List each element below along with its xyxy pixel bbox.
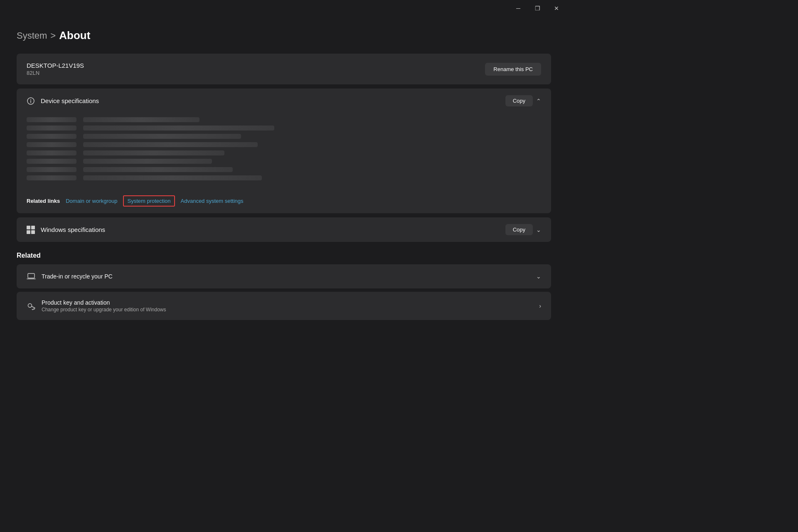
trade-in-item-left: Trade-in or recycle your PC	[27, 272, 113, 281]
spec-skeleton-value	[83, 159, 212, 164]
system-protection-link[interactable]: System protection	[123, 195, 175, 207]
maximize-button[interactable]: ❒	[528, 2, 547, 15]
spec-skeleton-label	[27, 117, 76, 122]
rename-pc-button[interactable]: Rename this PC	[485, 63, 541, 76]
spec-skeleton-value	[83, 167, 233, 172]
laptop-icon	[27, 272, 36, 281]
spec-row-2	[27, 126, 541, 131]
device-specs-header-left: Device specifications	[27, 97, 99, 105]
pc-name: DESKTOP-L21V19S	[27, 62, 84, 69]
spec-skeleton-value	[83, 134, 241, 139]
device-specs-content	[17, 113, 551, 190]
product-key-subtitle: Change product key or upgrade your editi…	[42, 307, 166, 313]
pc-model: 82LN	[27, 70, 84, 76]
spec-skeleton-value	[83, 150, 224, 155]
windows-specifications-section: Windows specifications Copy ⌄	[17, 217, 551, 242]
breadcrumb-about: About	[59, 29, 90, 42]
advanced-system-settings-link[interactable]: Advanced system settings	[180, 196, 244, 206]
windows-specs-title: Windows specifications	[41, 226, 105, 233]
device-specifications-section: Device specifications Copy ⌃	[17, 89, 551, 213]
device-specs-copy-button[interactable]: Copy	[505, 95, 533, 106]
product-key-chevron-icon: ›	[539, 303, 541, 309]
spec-row-8	[27, 175, 541, 180]
product-key-item[interactable]: Product key and activation Change produc…	[17, 292, 551, 320]
related-links-label: Related links	[27, 198, 60, 204]
trade-in-chevron-icon: ⌄	[536, 273, 541, 280]
svg-point-2	[30, 99, 31, 100]
device-specs-header-right: Copy ⌃	[505, 95, 541, 106]
spec-skeleton-value	[83, 175, 262, 180]
titlebar: ─ ❒ ✕	[0, 0, 568, 17]
device-specs-header: Device specifications Copy ⌃	[17, 89, 551, 113]
windows-specs-copy-button[interactable]: Copy	[505, 224, 533, 235]
breadcrumb-system[interactable]: System	[17, 30, 47, 41]
spec-row-5	[27, 150, 541, 155]
spec-skeleton-label	[27, 134, 76, 139]
domain-workgroup-link[interactable]: Domain or workgroup	[65, 196, 118, 206]
spec-row-6	[27, 159, 541, 164]
spec-skeleton-value	[83, 126, 274, 131]
main-content: System > About DESKTOP-L21V19S 82LN Rena…	[0, 17, 568, 366]
svg-point-4	[28, 304, 32, 308]
spec-skeleton-label	[27, 126, 76, 131]
spec-skeleton-value	[83, 142, 258, 147]
product-key-item-left: Product key and activation Change produc…	[27, 299, 166, 313]
info-icon	[27, 97, 35, 105]
windows-specs-header: Windows specifications Copy ⌄	[17, 217, 551, 242]
spec-skeleton-label	[27, 142, 76, 147]
related-links-bar: Related links Domain or workgroup System…	[17, 190, 551, 213]
spec-skeleton-value	[83, 117, 200, 122]
spec-row-4	[27, 142, 541, 147]
product-key-text: Product key and activation Change produc…	[42, 299, 166, 313]
trade-in-title: Trade-in or recycle your PC	[42, 273, 113, 280]
pc-name-info: DESKTOP-L21V19S 82LN	[27, 62, 84, 76]
spec-skeleton-label	[27, 150, 76, 155]
windows-specs-header-right: Copy ⌄	[505, 224, 541, 235]
windows-logo-icon	[27, 226, 35, 234]
spec-row-3	[27, 134, 541, 139]
trade-in-item[interactable]: Trade-in or recycle your PC ⌄	[17, 264, 551, 288]
key-icon	[27, 301, 36, 310]
svg-rect-3	[28, 273, 34, 278]
windows-specs-header-left: Windows specifications	[27, 226, 105, 234]
minimize-button[interactable]: ─	[509, 2, 528, 15]
product-key-title: Product key and activation	[42, 299, 166, 306]
pc-name-section: DESKTOP-L21V19S 82LN Rename this PC	[17, 54, 551, 84]
spec-skeleton-label	[27, 167, 76, 172]
spec-row-1	[27, 117, 541, 122]
related-heading: Related	[17, 252, 551, 259]
device-specs-chevron-icon: ⌃	[536, 98, 541, 104]
windows-specs-chevron-icon: ⌄	[536, 227, 541, 233]
device-specs-title: Device specifications	[41, 97, 99, 104]
breadcrumb: System > About	[17, 29, 551, 42]
spec-skeleton-label	[27, 175, 76, 180]
close-button[interactable]: ✕	[547, 2, 566, 15]
spec-row-7	[27, 167, 541, 172]
breadcrumb-separator: >	[50, 30, 56, 41]
trade-in-text: Trade-in or recycle your PC	[42, 273, 113, 280]
spec-skeleton-label	[27, 159, 76, 164]
